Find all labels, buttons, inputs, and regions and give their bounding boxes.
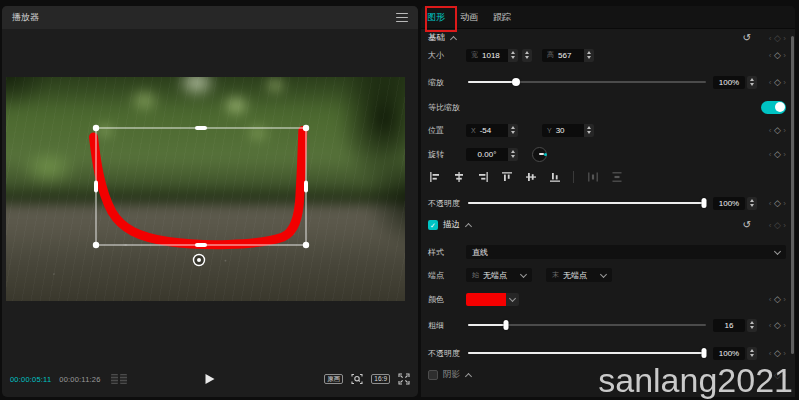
end-endpoint-dropdown[interactable]: 末 无端点 [546, 268, 612, 282]
color-dropdown-button[interactable] [506, 293, 519, 306]
x-stepper[interactable] [508, 124, 518, 137]
shadow-checkbox[interactable] [428, 370, 438, 380]
align-left-icon[interactable] [428, 171, 441, 184]
start-endpoint-dropdown[interactable]: 始 无端点 [466, 268, 532, 282]
tab-graphics[interactable]: 图形 [427, 11, 445, 24]
next-keyframe-icon[interactable]: › [783, 221, 786, 230]
next-keyframe-icon[interactable]: › [783, 321, 786, 330]
keyframe-controls[interactable]: ‹◇› [762, 220, 786, 230]
keyframe-controls[interactable]: ‹◇› [762, 33, 786, 43]
keyframe-controls[interactable]: ‹◇› [762, 198, 786, 208]
quality-button[interactable]: 原画 [324, 374, 343, 385]
stroke-section-header[interactable]: ✓ 描边 ↺ ‹◇› [428, 217, 786, 233]
thickness-stepper[interactable] [747, 319, 757, 332]
keyframe-controls[interactable]: ‹◇› [762, 125, 786, 135]
width-value: 1018 [482, 51, 500, 60]
scale-value[interactable]: 100% [713, 76, 745, 89]
next-keyframe-icon[interactable]: › [783, 78, 786, 87]
add-keyframe-icon[interactable]: ◇ [774, 77, 781, 87]
add-keyframe-icon[interactable]: ◇ [774, 33, 781, 43]
opacity-stepper[interactable] [747, 197, 757, 210]
play-button[interactable] [206, 374, 215, 384]
reset-icon[interactable]: ↺ [743, 33, 751, 43]
stroke-opacity-value[interactable]: 100% [713, 347, 745, 360]
collapse-icon[interactable] [465, 372, 472, 379]
prev-keyframe-icon[interactable]: ‹ [769, 51, 772, 60]
fit-preview-icon[interactable] [351, 373, 363, 385]
prev-keyframe-icon[interactable]: ‹ [769, 34, 772, 43]
align-right-icon[interactable] [476, 171, 489, 184]
fullscreen-icon[interactable] [398, 373, 410, 385]
keyframe-controls[interactable]: ‹◇› [762, 294, 786, 304]
prev-keyframe-icon[interactable]: ‹ [769, 349, 772, 358]
aspect-ratio-button[interactable]: 16:9 [371, 374, 390, 385]
add-keyframe-icon[interactable]: ◇ [774, 149, 781, 159]
prev-keyframe-icon[interactable]: ‹ [769, 321, 772, 330]
stroke-opacity-stepper[interactable] [747, 347, 757, 360]
keyframe-controls[interactable]: ‹◇› [762, 348, 786, 358]
add-keyframe-icon[interactable]: ◇ [774, 198, 781, 208]
prev-keyframe-icon[interactable]: ‹ [769, 78, 772, 87]
prev-keyframe-icon[interactable]: ‹ [769, 199, 772, 208]
keyframe-controls[interactable]: ‹◇› [762, 77, 786, 87]
scale-slider[interactable] [468, 76, 706, 88]
tab-animation[interactable]: 动画 [460, 11, 478, 24]
inspector-scrollbar[interactable] [791, 36, 794, 354]
align-bottom-icon[interactable] [548, 171, 561, 184]
opacity-slider[interactable] [468, 197, 706, 209]
add-keyframe-icon[interactable]: ◇ [774, 294, 781, 304]
rotate-dial-icon[interactable] [532, 147, 547, 162]
add-keyframe-icon[interactable]: ◇ [774, 220, 781, 230]
selection-handle-right [304, 181, 308, 193]
video-viewport[interactable] [6, 77, 405, 301]
add-keyframe-icon[interactable]: ◇ [774, 125, 781, 135]
keyframe-controls[interactable]: ‹◇› [762, 320, 786, 330]
rotate-stepper[interactable] [508, 148, 518, 161]
thickness-slider[interactable] [468, 319, 706, 331]
collapse-icon[interactable] [465, 222, 472, 229]
split-preview-icon[interactable] [111, 374, 127, 384]
prev-keyframe-icon[interactable]: ‹ [769, 126, 772, 135]
opacity-value[interactable]: 100% [713, 197, 745, 210]
add-keyframe-icon[interactable]: ◇ [774, 50, 781, 60]
start-endpoint-value: 无端点 [483, 270, 507, 281]
scale-stepper[interactable] [747, 76, 757, 89]
keyframe-controls[interactable]: ‹◇› [762, 50, 786, 60]
width-field[interactable]: 宽 1018 [466, 49, 508, 62]
rotate-field[interactable]: 0.00° [466, 148, 508, 161]
align-center-horizontal-icon[interactable] [452, 171, 465, 184]
collapse-icon[interactable] [450, 35, 457, 42]
stroke-checkbox[interactable]: ✓ [428, 220, 438, 230]
position-x-field[interactable]: X -54 [466, 124, 508, 137]
prev-keyframe-icon[interactable]: ‹ [769, 150, 772, 159]
height-field[interactable]: 高 567 [542, 49, 584, 62]
position-y-field[interactable]: Y 30 [542, 124, 584, 137]
add-keyframe-icon[interactable]: ◇ [774, 320, 781, 330]
player-menu-icon[interactable] [396, 13, 408, 22]
add-keyframe-icon[interactable]: ◇ [774, 348, 781, 358]
prev-keyframe-icon[interactable]: ‹ [769, 295, 772, 304]
uniform-scale-toggle[interactable] [761, 101, 786, 114]
y-stepper[interactable] [584, 124, 594, 137]
color-swatch-red[interactable] [466, 293, 506, 306]
link-dimensions-stepper[interactable] [522, 49, 532, 62]
keyframe-controls[interactable]: ‹◇› [762, 149, 786, 159]
align-middle-vertical-icon[interactable] [524, 171, 537, 184]
next-keyframe-icon[interactable]: › [783, 126, 786, 135]
next-keyframe-icon[interactable]: › [783, 34, 786, 43]
color-picker[interactable] [466, 293, 519, 306]
align-top-icon[interactable] [500, 171, 513, 184]
width-stepper[interactable] [508, 49, 518, 62]
stroke-opacity-slider[interactable] [468, 347, 706, 359]
height-stepper[interactable] [584, 49, 594, 62]
thickness-value[interactable]: 16 [713, 319, 745, 332]
next-keyframe-icon[interactable]: › [783, 199, 786, 208]
prev-keyframe-icon[interactable]: ‹ [769, 221, 772, 230]
next-keyframe-icon[interactable]: › [783, 349, 786, 358]
tab-tracking[interactable]: 跟踪 [493, 11, 511, 24]
next-keyframe-icon[interactable]: › [783, 150, 786, 159]
reset-icon[interactable]: ↺ [743, 220, 751, 230]
next-keyframe-icon[interactable]: › [783, 295, 786, 304]
stroke-style-dropdown[interactable]: 直线 [466, 245, 786, 259]
next-keyframe-icon[interactable]: › [783, 51, 786, 60]
